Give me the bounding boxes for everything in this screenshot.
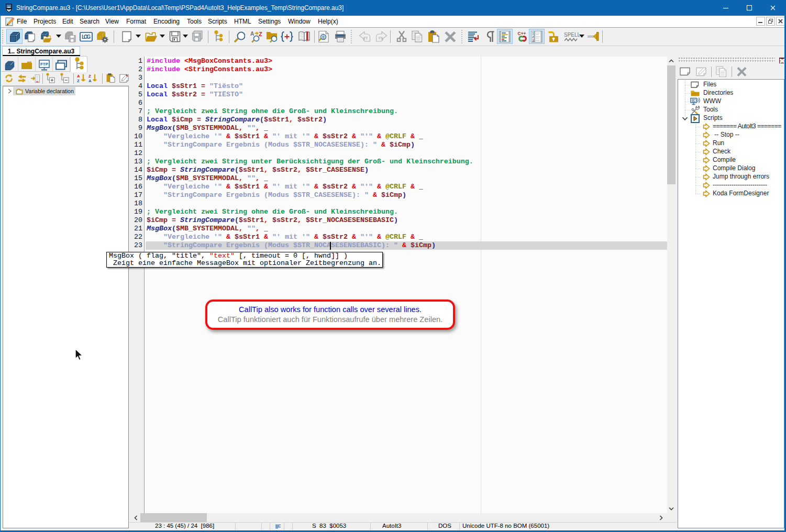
svg-text:Z: Z <box>77 79 80 83</box>
svg-text:LOG: LOG <box>82 34 91 40</box>
svg-text:Z: Z <box>259 31 262 37</box>
svg-text:A: A <box>88 79 92 83</box>
svg-text:C++: C++ <box>518 31 526 36</box>
svg-text:FTP: FTP <box>40 62 49 66</box>
svg-text:SPELL: SPELL <box>564 32 580 38</box>
svg-text:Z: Z <box>88 74 91 79</box>
svg-text:3: 3 <box>532 39 534 42</box>
svg-text:2: 2 <box>532 35 534 39</box>
svg-text:A: A <box>250 31 254 37</box>
svg-text:A: A <box>77 74 80 79</box>
svg-text:1: 1 <box>532 31 534 35</box>
